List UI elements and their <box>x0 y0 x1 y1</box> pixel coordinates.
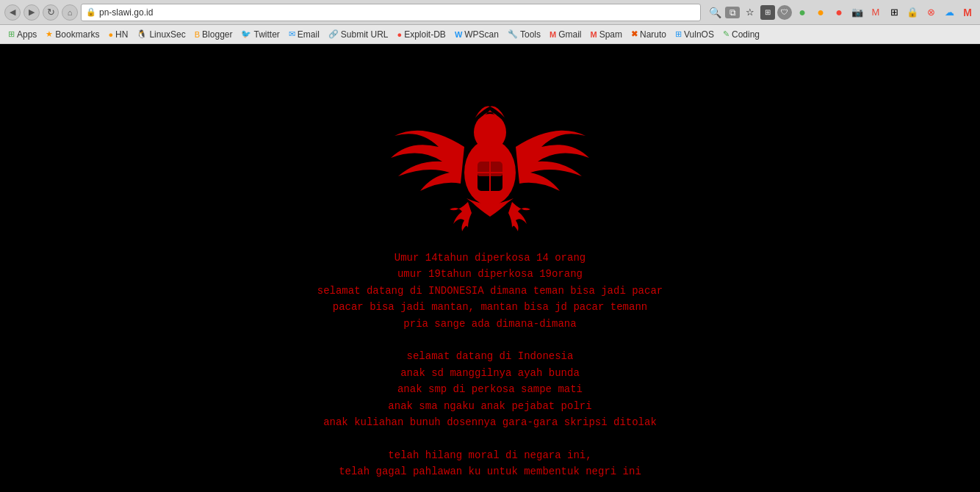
ext1-icon[interactable]: ⊞ <box>760 5 775 20</box>
bookmark-spam[interactable]: M Spam <box>586 28 626 41</box>
vulnos-icon: ⊞ <box>675 29 682 39</box>
ext5-icon[interactable]: ● <box>831 4 847 21</box>
bookmarks-bar: ⊞ Apps ★ Bookmarks ● HN 🐧 LinuxSec B Blo… <box>0 25 980 44</box>
blogger-icon: B <box>195 30 200 39</box>
linuxsec-icon: 🐧 <box>137 29 147 39</box>
bookmarks-icon: ★ <box>46 29 53 39</box>
bookmark-twitter[interactable]: 🐦 Twitter <box>237 28 283 41</box>
ext8-icon[interactable]: ⊞ <box>886 4 902 21</box>
ext7-icon[interactable]: M <box>868 4 884 21</box>
text-line-7: selamat datang di Indonesia <box>317 348 663 364</box>
ext10-icon[interactable]: ⊗ <box>923 4 939 21</box>
naruto-icon: ✖ <box>631 29 638 39</box>
bookmark-exploitdb[interactable]: ● Exploit-DB <box>394 28 450 41</box>
bookmark-coding[interactable]: ✎ Coding <box>719 28 763 41</box>
address-bar[interactable] <box>99 7 696 18</box>
bookmark-gmail[interactable]: M Gmail <box>546 28 586 41</box>
toolbar-icons: 🔍 ⧉ ☆ ⊞ 🛡 ● ● ● 📷 M ⊞ 🔒 ⊗ ☁ M <box>707 4 976 21</box>
ext11-icon[interactable]: ☁ <box>941 4 957 21</box>
browser-toolbar: ◀ ▶ ↻ ⌂ 🔒 🔍 ⧉ ☆ ⊞ 🛡 ● ● ● 📷 M ⊞ 🔒 ⊗ ☁ M <box>0 0 980 25</box>
ext9-icon[interactable]: 🔒 <box>904 4 920 21</box>
bookmark-hn[interactable]: ● HN <box>104 28 131 41</box>
spam-icon: M <box>590 30 597 39</box>
text-line-10: anak sma ngaku anak pejabat polri <box>317 398 663 414</box>
bookmark-tools[interactable]: 🔧 Tools <box>504 28 544 41</box>
bookmark-naruto[interactable]: ✖ Naruto <box>627 28 670 41</box>
bookmark-blogger[interactable]: B Blogger <box>191 28 237 41</box>
bookmark-apps[interactable]: ⊞ Apps <box>4 28 40 41</box>
ext2-icon[interactable]: 🛡 <box>777 5 792 20</box>
browser-chrome: ◀ ▶ ↻ ⌂ 🔒 🔍 ⧉ ☆ ⊞ 🛡 ● ● ● 📷 M ⊞ 🔒 ⊗ ☁ M <box>0 0 980 44</box>
wpscan-icon: W <box>455 30 462 39</box>
copy-icon[interactable]: ⧉ <box>725 7 740 18</box>
bookmark-email[interactable]: ✉ Email <box>285 28 323 41</box>
submiturl-icon: 🔗 <box>328 29 339 39</box>
text-line-12 <box>317 430 663 446</box>
ext6-icon[interactable]: 📷 <box>849 4 865 21</box>
ext3-icon[interactable]: ● <box>794 4 810 21</box>
text-line-1: Umur 14tahun diperkosa 14 orang <box>317 250 663 266</box>
lock-icon: 🔒 <box>86 7 96 17</box>
text-line-6 <box>317 332 663 348</box>
bookmark-wpscan[interactable]: W WPScan <box>451 28 502 41</box>
garuda-image <box>380 51 600 242</box>
gmail-icon: M <box>550 30 556 39</box>
exploitdb-icon: ● <box>397 30 403 39</box>
text-line-5: pria sange ada dimana-dimana <box>317 316 663 332</box>
page-text-block: Umur 14tahun diperkosa 14 orang umur 19t… <box>317 250 663 480</box>
text-line-8: anak sd manggilnya ayah bunda <box>317 365 663 381</box>
apps-icon: ⊞ <box>8 29 15 39</box>
forward-button[interactable]: ▶ <box>24 4 40 21</box>
twitter-icon: 🐦 <box>241 29 251 39</box>
search-icon[interactable]: 🔍 <box>707 4 723 21</box>
text-line-14: telah gagal pahlawan ku untuk membentuk … <box>317 463 663 480</box>
tools-icon: 🔧 <box>508 29 518 39</box>
page-content: Umur 14tahun diperkosa 14 orang umur 19t… <box>0 44 980 492</box>
bookmark-bookmarks[interactable]: ★ Bookmarks <box>42 28 103 41</box>
text-line-11: anak kuliahan bunuh dosennya gara-gara s… <box>317 414 663 430</box>
hn-icon: ● <box>108 30 113 39</box>
text-line-13: telah hilang moral di negara ini, <box>317 447 663 463</box>
ext4-icon[interactable]: ● <box>813 4 829 21</box>
back-button[interactable]: ◀ <box>4 4 21 21</box>
text-line-4: pacar bisa jadi mantan, mantan bisa jd p… <box>317 299 663 315</box>
text-line-3: selamat datang di INDONESIA dimana teman… <box>317 283 663 299</box>
bookmark-vulnos[interactable]: ⊞ VulnOS <box>671 28 718 41</box>
email-icon: ✉ <box>289 29 295 39</box>
address-bar-container: 🔒 <box>81 4 701 21</box>
text-line-9: anak smp di perkosa sampe mati <box>317 381 663 397</box>
text-line-2: umur 19tahun diperkosa 19orang <box>317 266 663 282</box>
coding-icon: ✎ <box>723 29 729 39</box>
bookmark-linuxsec[interactable]: 🐧 LinuxSec <box>133 28 189 41</box>
bookmark-star-icon[interactable]: ☆ <box>742 4 758 21</box>
ext12-icon[interactable]: M <box>959 4 976 21</box>
home-button[interactable]: ⌂ <box>62 4 78 21</box>
refresh-button[interactable]: ↻ <box>43 4 59 21</box>
bookmark-submiturl[interactable]: 🔗 Submit URL <box>325 28 392 41</box>
